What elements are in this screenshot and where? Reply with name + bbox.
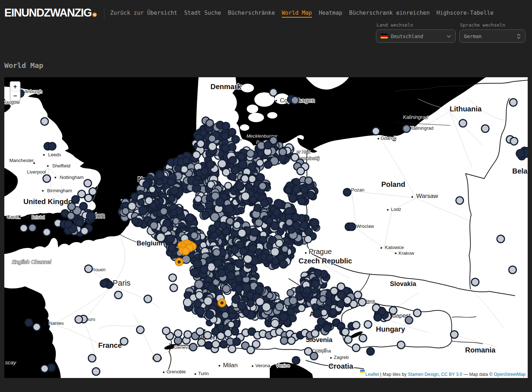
map-marker[interactable] [48,364,55,372]
map-marker[interactable] [231,328,239,335]
app-logo[interactable]: EINUNDZWANZIG B [4,6,97,19]
map-marker[interactable] [397,341,405,349]
map-marker[interactable] [264,142,272,149]
map-marker[interactable] [510,138,518,145]
map-marker[interactable] [49,143,56,150]
map-canvas[interactable]: English ChannelKaliningrader Haff(New Sz… [4,77,528,378]
map-marker[interactable] [359,299,366,306]
map-marker[interactable] [190,343,197,351]
map-marker[interactable] [253,341,260,348]
map-marker[interactable] [115,291,122,299]
map-marker[interactable] [279,148,287,156]
map-marker[interactable] [121,338,128,345]
map-marker[interactable] [367,348,374,355]
map-marker[interactable] [20,225,28,232]
map-marker[interactable] [374,314,382,321]
map-marker[interactable] [451,331,458,338]
map-marker[interactable] [205,342,213,349]
map-marker[interactable] [198,339,205,346]
map-marker[interactable] [324,324,331,332]
map-marker[interactable] [163,327,170,335]
map-marker[interactable] [233,338,241,346]
map-marker[interactable] [312,330,319,337]
nav-item-heatmap[interactable]: Heatmap [319,10,342,16]
map-marker[interactable] [405,317,413,324]
map-marker[interactable] [25,319,33,327]
map-marker[interactable] [221,132,229,140]
map-marker[interactable] [76,219,84,227]
map-marker[interactable] [193,151,200,159]
map-marker[interactable] [497,235,505,243]
map-marker[interactable] [337,283,345,291]
map-marker[interactable] [174,337,182,345]
nav-item-zurueck[interactable]: Zurück zur Übersicht [110,10,177,16]
map-marker[interactable] [88,355,96,362]
map-marker[interactable] [197,140,205,148]
zoom-out-button[interactable]: − [10,91,20,101]
country-select[interactable]: Deutschland [376,29,456,43]
map-marker[interactable] [241,175,249,183]
map-marker[interactable] [403,125,410,133]
map-marker[interactable] [344,189,351,196]
map-marker[interactable] [84,180,92,187]
map-marker[interactable] [359,335,367,342]
map-marker[interactable] [459,120,467,127]
map-marker[interactable] [204,332,212,339]
map-marker[interactable] [170,284,178,292]
map-marker[interactable] [310,352,318,360]
map-marker[interactable] [318,318,325,326]
map-marker[interactable] [154,354,161,362]
map-marker[interactable] [29,224,36,232]
map-marker[interactable] [217,332,225,340]
map-marker[interactable] [78,190,86,198]
map-marker[interactable] [228,345,236,353]
map-marker[interactable] [144,295,152,303]
map-marker[interactable] [206,120,214,127]
map-marker[interactable] [212,341,220,348]
map-marker[interactable] [509,266,517,274]
map-marker[interactable] [345,336,352,343]
leaflet-link[interactable]: Leaflet [365,372,379,377]
map-marker[interactable] [259,183,267,190]
highlight-marker[interactable] [182,248,189,255]
map-marker[interactable] [331,287,338,295]
stamen-link[interactable]: Stamen Design [408,372,438,377]
zoom-in-button[interactable]: + [10,82,20,91]
world-map[interactable]: English ChannelKaliningrader Haff(New Sz… [4,77,528,378]
map-marker[interactable] [72,196,79,203]
map-marker[interactable] [249,175,256,183]
nav-item-einreichen[interactable]: Bücherschrank einreichen [349,10,430,16]
map-marker[interactable] [222,123,230,130]
map-marker[interactable] [414,309,421,317]
map-marker[interactable] [85,194,92,202]
map-marker[interactable] [288,337,295,345]
map-marker[interactable] [81,227,88,235]
map-marker[interactable] [196,328,204,336]
nav-item-buecherschraenke[interactable]: Bücherschränke [228,10,275,16]
map-marker[interactable] [67,212,75,220]
map-marker[interactable] [174,330,182,337]
map-marker[interactable] [65,221,72,228]
map-marker[interactable] [281,337,288,345]
map-marker[interactable] [232,136,240,143]
map-marker[interactable] [364,321,372,328]
map-marker[interactable] [33,323,41,331]
map-marker[interactable] [292,357,300,364]
map-marker[interactable] [472,278,479,286]
map-marker[interactable] [510,99,517,106]
map-marker[interactable] [80,203,87,210]
nav-item-highscore[interactable]: Highscore-Tabelle [437,10,494,16]
map-marker[interactable] [307,192,315,199]
map-marker[interactable] [390,307,397,314]
map-marker[interactable] [482,125,489,133]
map-marker[interactable] [75,316,83,323]
map-marker[interactable] [85,265,92,273]
map-marker[interactable] [348,223,356,231]
map-marker[interactable] [43,175,51,183]
map-marker[interactable] [344,297,351,304]
map-marker[interactable] [372,128,380,135]
map-marker[interactable] [228,129,236,136]
map-marker[interactable] [100,280,108,287]
map-marker[interactable] [291,97,299,104]
map-marker[interactable] [305,177,313,185]
